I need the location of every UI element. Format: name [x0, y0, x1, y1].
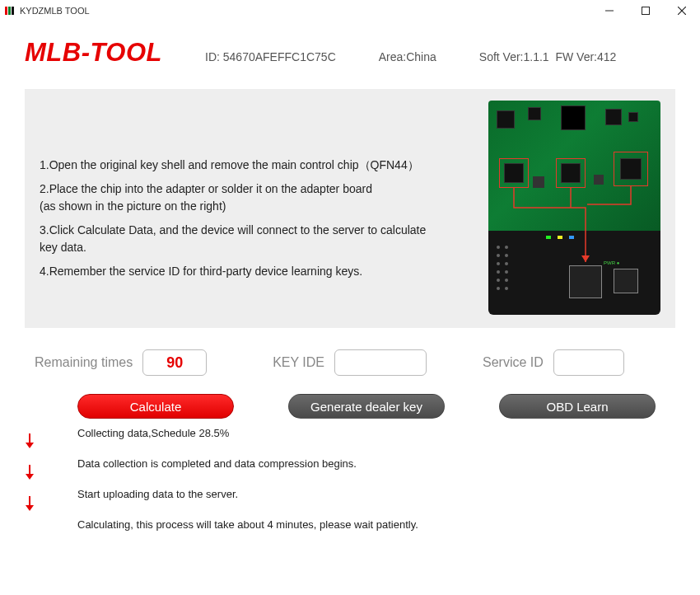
- maximize-button[interactable]: [628, 0, 664, 21]
- status-log: Collecting data,Schedule 28.5% Data coll…: [0, 419, 700, 531]
- remaining-value: 90: [142, 349, 207, 376]
- device-area: Area:China: [379, 50, 436, 63]
- serviceid-field[interactable]: [553, 349, 624, 376]
- obd-learn-button[interactable]: OBD Learn: [499, 394, 656, 419]
- status-line-2: Data collection is completed and data co…: [77, 457, 675, 470]
- arrow-down-icon: [25, 496, 35, 511]
- instruction-panel: 1.Open the original key shell and remove…: [25, 89, 675, 328]
- status-line-3: Start uploading data to the server.: [77, 488, 675, 500]
- arrow-down-icon: [25, 465, 35, 480]
- app-logo: MLB-TOOL: [25, 38, 162, 68]
- arrow-down-icon: [25, 433, 35, 448]
- svg-marker-9: [26, 443, 34, 448]
- header: MLB-TOOL ID: 54670AFEFFC1C75C Area:China…: [0, 21, 700, 76]
- instruction-step2: 2.Place the chip into the adapter or sol…: [40, 180, 474, 215]
- keyide-field[interactable]: [334, 349, 427, 376]
- device-image: PWR ●: [488, 101, 660, 315]
- buttons-row: Calculate Generate dealer key OBD Learn: [0, 376, 700, 419]
- status-line-1: Collecting data,Schedule 28.5%: [77, 427, 675, 439]
- fields-row: Remaining times 90 KEY IDE Service ID: [0, 328, 700, 376]
- serviceid-label: Service ID: [483, 355, 544, 370]
- svg-rect-4: [642, 7, 650, 15]
- close-button[interactable]: [664, 0, 700, 21]
- calculate-button[interactable]: Calculate: [77, 394, 234, 419]
- svg-rect-0: [5, 7, 7, 15]
- app-icon: [5, 7, 16, 15]
- svg-rect-1: [8, 7, 11, 15]
- svg-marker-11: [26, 474, 34, 480]
- svg-marker-13: [26, 505, 34, 511]
- instruction-step4: 4.Remember the service ID for third-part…: [40, 263, 474, 280]
- instruction-step3: 3.Click Calculate Data, and the device w…: [40, 222, 474, 256]
- minimize-button[interactable]: [591, 0, 628, 21]
- window-title: KYDZMLB TOOL: [20, 6, 90, 16]
- instruction-step1: 1.Open the original key shell and remove…: [40, 157, 474, 174]
- svg-rect-2: [12, 7, 14, 15]
- instruction-text: 1.Open the original key shell and remove…: [40, 101, 474, 313]
- titlebar: KYDZMLB TOOL: [0, 0, 700, 21]
- keyide-label: KEY IDE: [273, 355, 324, 370]
- remaining-label: Remaining times: [35, 355, 133, 370]
- status-line-4: Calculating, this process will take abou…: [77, 518, 675, 531]
- generate-dealer-key-button[interactable]: Generate dealer key: [288, 394, 445, 419]
- device-id: ID: 54670AFEFFC1C75C: [205, 50, 336, 63]
- version-info: Soft Ver:1.1.1 FW Ver:412: [479, 50, 617, 63]
